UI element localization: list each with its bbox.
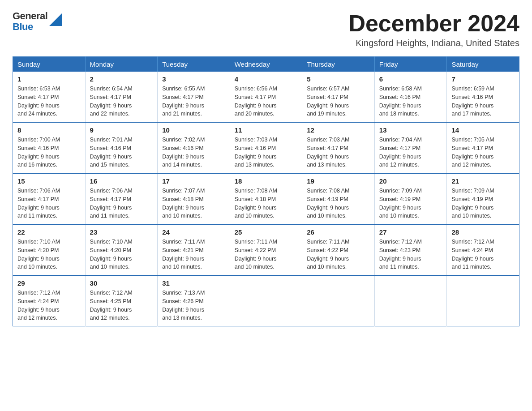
logo-icon — [49, 13, 62, 26]
calendar-cell: 5Sunrise: 6:57 AMSunset: 4:17 PMDaylight… — [302, 72, 375, 122]
day-number: 29 — [17, 279, 81, 287]
day-info: Sunrise: 7:10 AMSunset: 4:20 PMDaylight:… — [90, 238, 153, 271]
calendar-cell: 12Sunrise: 7:03 AMSunset: 4:17 PMDayligh… — [302, 122, 375, 173]
location-title: Kingsford Heights, Indiana, United State… — [348, 38, 519, 48]
day-number: 20 — [379, 177, 442, 185]
day-info: Sunrise: 7:12 AMSunset: 4:24 PMDaylight:… — [451, 238, 515, 271]
day-info: Sunrise: 7:09 AMSunset: 4:19 PMDaylight:… — [451, 187, 515, 220]
calendar-cell — [374, 275, 447, 326]
day-number: 1 — [17, 75, 81, 83]
calendar-cell: 13Sunrise: 7:04 AMSunset: 4:17 PMDayligh… — [374, 122, 447, 173]
day-info: Sunrise: 7:02 AMSunset: 4:16 PMDaylight:… — [162, 136, 225, 169]
calendar-cell: 11Sunrise: 7:03 AMSunset: 4:16 PMDayligh… — [230, 122, 302, 173]
day-number: 3 — [162, 75, 225, 83]
calendar-cell: 15Sunrise: 7:06 AMSunset: 4:17 PMDayligh… — [13, 173, 86, 224]
day-number: 15 — [17, 177, 81, 185]
day-number: 9 — [90, 126, 153, 134]
day-number: 25 — [235, 228, 298, 236]
day-number: 21 — [451, 177, 515, 185]
day-info: Sunrise: 7:06 AMSunset: 4:17 PMDaylight:… — [90, 187, 153, 220]
calendar-cell: 25Sunrise: 7:11 AMSunset: 4:22 PMDayligh… — [230, 224, 302, 275]
day-info: Sunrise: 6:58 AMSunset: 4:16 PMDaylight:… — [379, 85, 442, 118]
logo: General Blue — [13, 11, 62, 32]
day-number: 31 — [162, 279, 225, 287]
day-info: Sunrise: 7:03 AMSunset: 4:17 PMDaylight:… — [307, 136, 370, 169]
calendar-body: 1Sunrise: 6:53 AMSunset: 4:17 PMDaylight… — [13, 72, 519, 326]
day-info: Sunrise: 7:08 AMSunset: 4:19 PMDaylight:… — [307, 187, 370, 220]
calendar-cell: 27Sunrise: 7:12 AMSunset: 4:23 PMDayligh… — [374, 224, 447, 275]
day-number: 28 — [451, 228, 515, 236]
day-number: 6 — [379, 75, 442, 83]
week-row-1: 1Sunrise: 6:53 AMSunset: 4:17 PMDaylight… — [13, 72, 519, 122]
calendar-cell: 4Sunrise: 6:56 AMSunset: 4:17 PMDaylight… — [230, 72, 302, 122]
calendar-cell: 7Sunrise: 6:59 AMSunset: 4:16 PMDaylight… — [447, 72, 519, 122]
day-number: 12 — [307, 126, 370, 134]
calendar-cell: 24Sunrise: 7:11 AMSunset: 4:21 PMDayligh… — [158, 224, 230, 275]
day-info: Sunrise: 7:00 AMSunset: 4:16 PMDaylight:… — [17, 136, 81, 169]
calendar-cell: 22Sunrise: 7:10 AMSunset: 4:20 PMDayligh… — [13, 224, 86, 275]
calendar-cell: 30Sunrise: 7:12 AMSunset: 4:25 PMDayligh… — [85, 275, 158, 326]
header-day-tuesday: Tuesday — [158, 57, 230, 72]
calendar-cell: 2Sunrise: 6:54 AMSunset: 4:17 PMDaylight… — [85, 72, 158, 122]
calendar-cell: 31Sunrise: 7:13 AMSunset: 4:26 PMDayligh… — [158, 275, 230, 326]
day-number: 7 — [451, 75, 515, 83]
calendar-cell: 28Sunrise: 7:12 AMSunset: 4:24 PMDayligh… — [447, 224, 519, 275]
day-info: Sunrise: 7:12 AMSunset: 4:24 PMDaylight:… — [17, 289, 81, 322]
day-number: 30 — [90, 279, 153, 287]
day-number: 19 — [307, 177, 370, 185]
calendar-cell: 20Sunrise: 7:09 AMSunset: 4:19 PMDayligh… — [374, 173, 447, 224]
calendar-header: SundayMondayTuesdayWednesdayThursdayFrid… — [13, 57, 519, 72]
calendar-cell: 23Sunrise: 7:10 AMSunset: 4:20 PMDayligh… — [85, 224, 158, 275]
calendar-table: SundayMondayTuesdayWednesdayThursdayFrid… — [13, 56, 519, 326]
title-section: December 2024 Kingsford Heights, Indiana… — [348, 11, 519, 48]
day-info: Sunrise: 7:07 AMSunset: 4:18 PMDaylight:… — [162, 187, 225, 220]
day-info: Sunrise: 7:12 AMSunset: 4:25 PMDaylight:… — [90, 289, 153, 322]
svg-marker-0 — [49, 13, 62, 26]
day-number: 27 — [379, 228, 442, 236]
week-row-2: 8Sunrise: 7:00 AMSunset: 4:16 PMDaylight… — [13, 122, 519, 173]
day-info: Sunrise: 7:01 AMSunset: 4:16 PMDaylight:… — [90, 136, 153, 169]
day-number: 13 — [379, 126, 442, 134]
header-day-wednesday: Wednesday — [230, 57, 302, 72]
week-row-5: 29Sunrise: 7:12 AMSunset: 4:24 PMDayligh… — [13, 275, 519, 326]
month-title: December 2024 — [348, 11, 519, 36]
day-number: 14 — [451, 126, 515, 134]
day-info: Sunrise: 7:08 AMSunset: 4:18 PMDaylight:… — [235, 187, 298, 220]
day-number: 16 — [90, 177, 153, 185]
week-row-3: 15Sunrise: 7:06 AMSunset: 4:17 PMDayligh… — [13, 173, 519, 224]
calendar-cell — [447, 275, 519, 326]
header-row: SundayMondayTuesdayWednesdayThursdayFrid… — [13, 57, 519, 72]
day-info: Sunrise: 6:57 AMSunset: 4:17 PMDaylight:… — [307, 85, 370, 118]
day-info: Sunrise: 6:59 AMSunset: 4:16 PMDaylight:… — [451, 85, 515, 118]
day-number: 23 — [90, 228, 153, 236]
day-number: 17 — [162, 177, 225, 185]
day-number: 11 — [235, 126, 298, 134]
day-number: 4 — [235, 75, 298, 83]
week-row-4: 22Sunrise: 7:10 AMSunset: 4:20 PMDayligh… — [13, 224, 519, 275]
calendar-cell: 26Sunrise: 7:11 AMSunset: 4:22 PMDayligh… — [302, 224, 375, 275]
day-info: Sunrise: 7:11 AMSunset: 4:22 PMDaylight:… — [235, 238, 298, 271]
day-info: Sunrise: 6:54 AMSunset: 4:17 PMDaylight:… — [90, 85, 153, 118]
calendar-cell — [230, 275, 302, 326]
day-info: Sunrise: 7:12 AMSunset: 4:23 PMDaylight:… — [379, 238, 442, 271]
day-number: 18 — [235, 177, 298, 185]
day-info: Sunrise: 6:56 AMSunset: 4:17 PMDaylight:… — [235, 85, 298, 118]
day-number: 5 — [307, 75, 370, 83]
calendar-cell: 9Sunrise: 7:01 AMSunset: 4:16 PMDaylight… — [85, 122, 158, 173]
calendar-cell: 14Sunrise: 7:05 AMSunset: 4:17 PMDayligh… — [447, 122, 519, 173]
calendar-cell: 17Sunrise: 7:07 AMSunset: 4:18 PMDayligh… — [158, 173, 230, 224]
day-info: Sunrise: 7:13 AMSunset: 4:26 PMDaylight:… — [162, 289, 225, 322]
calendar-cell: 10Sunrise: 7:02 AMSunset: 4:16 PMDayligh… — [158, 122, 230, 173]
calendar-cell — [302, 275, 375, 326]
day-info: Sunrise: 6:53 AMSunset: 4:17 PMDaylight:… — [17, 85, 81, 118]
header-day-saturday: Saturday — [447, 57, 519, 72]
calendar-cell: 8Sunrise: 7:00 AMSunset: 4:16 PMDaylight… — [13, 122, 86, 173]
day-info: Sunrise: 7:10 AMSunset: 4:20 PMDaylight:… — [17, 238, 81, 271]
logo-general-text: General — [13, 11, 47, 21]
day-info: Sunrise: 6:55 AMSunset: 4:17 PMDaylight:… — [162, 85, 225, 118]
calendar-cell: 21Sunrise: 7:09 AMSunset: 4:19 PMDayligh… — [447, 173, 519, 224]
day-info: Sunrise: 7:03 AMSunset: 4:16 PMDaylight:… — [235, 136, 298, 169]
day-number: 24 — [162, 228, 225, 236]
day-info: Sunrise: 7:09 AMSunset: 4:19 PMDaylight:… — [379, 187, 442, 220]
calendar-cell: 29Sunrise: 7:12 AMSunset: 4:24 PMDayligh… — [13, 275, 86, 326]
